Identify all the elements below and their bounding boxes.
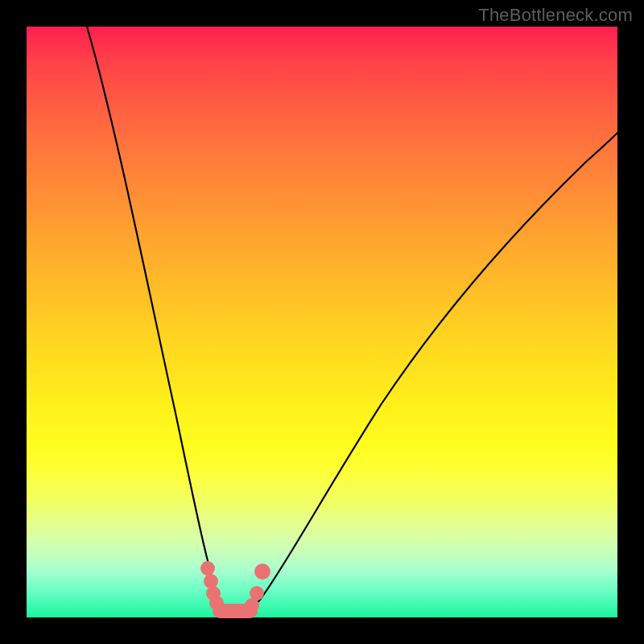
highlight-dot: [200, 561, 215, 576]
highlight-dot: [254, 564, 270, 580]
highlight-dot: [245, 598, 259, 613]
chart-frame: TheBottleneck.com: [0, 0, 644, 644]
right-curve: [234, 133, 617, 617]
highlight-dot: [209, 596, 224, 610]
left-curve: [87, 27, 234, 617]
watermark-text: TheBottleneck.com: [478, 5, 633, 26]
highlight-dot: [204, 574, 218, 588]
curve-layer: [27, 27, 617, 617]
